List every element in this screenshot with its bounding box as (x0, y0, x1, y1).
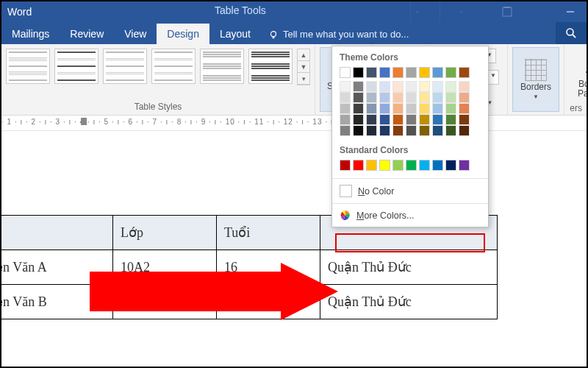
table-row[interactable]: ễn Văn B 10A2 16 Quận Thủ Đức (0, 285, 498, 319)
table-cell[interactable]: Quận Thủ Đức (320, 250, 498, 285)
table-cell[interactable]: Lớp (113, 216, 217, 250)
color-swatch[interactable] (406, 67, 417, 78)
table-cell[interactable]: Tuổi (217, 216, 320, 250)
table-row[interactable]: ễn Văn A 10A2 16 Quận Thủ Đức (0, 250, 498, 285)
color-swatch[interactable] (353, 92, 364, 103)
color-swatch[interactable] (445, 103, 456, 114)
color-swatch[interactable] (432, 160, 443, 171)
color-swatch[interactable] (406, 103, 417, 114)
color-swatch[interactable] (432, 92, 443, 103)
table-cell[interactable]: ễn Văn A (0, 250, 113, 285)
color-swatch[interactable] (459, 160, 470, 171)
borders-button[interactable]: Borders ▼ (512, 47, 559, 112)
table-cell[interactable]: 10A2 (113, 285, 217, 319)
color-swatch[interactable] (366, 160, 377, 171)
color-swatch[interactable] (340, 103, 351, 114)
border-painter-button[interactable]: Border Painter (569, 47, 588, 110)
color-swatch[interactable] (406, 81, 417, 92)
color-swatch[interactable] (353, 103, 364, 114)
color-swatch[interactable] (445, 125, 456, 136)
color-swatch[interactable] (340, 125, 351, 136)
color-swatch[interactable] (459, 125, 470, 136)
color-swatch[interactable] (419, 92, 430, 103)
color-swatch[interactable] (432, 67, 443, 78)
color-swatch[interactable] (419, 125, 430, 136)
color-swatch[interactable] (432, 125, 443, 136)
document-area[interactable]: Lớp Tuổi ễn Văn A 10A2 16 Quận Thủ Đức ễ… (1, 131, 587, 367)
tell-me-box[interactable]: Tell me what you want to do... (261, 24, 416, 44)
color-swatch[interactable] (445, 114, 456, 125)
color-swatch[interactable] (353, 114, 364, 125)
color-swatch[interactable] (353, 81, 364, 92)
no-color-item[interactable]: No Color (332, 182, 488, 200)
color-swatch[interactable] (392, 103, 404, 114)
tab-mailings[interactable]: Mailings (1, 24, 60, 44)
ruler-indent-marker[interactable] (81, 118, 87, 125)
color-swatch[interactable] (366, 103, 377, 114)
color-swatch[interactable] (366, 92, 377, 103)
color-swatch[interactable] (379, 81, 390, 92)
table-cell[interactable]: ễn Văn B (0, 285, 113, 319)
gallery-scroll[interactable]: ▲▼▾ (297, 49, 310, 85)
color-swatch[interactable] (419, 114, 430, 125)
color-swatch[interactable] (340, 114, 351, 125)
color-swatch[interactable] (379, 125, 390, 136)
color-swatch[interactable] (353, 67, 364, 78)
color-swatch[interactable] (392, 125, 404, 136)
table-style-thumb[interactable] (200, 49, 244, 84)
color-swatch[interactable] (392, 81, 404, 92)
color-swatch[interactable] (459, 114, 470, 125)
table-style-thumb[interactable] (248, 49, 293, 84)
color-swatch[interactable] (392, 92, 404, 103)
color-swatch[interactable] (445, 160, 456, 171)
color-swatch[interactable] (432, 103, 443, 114)
search-button[interactable] (556, 22, 587, 44)
color-swatch[interactable] (340, 92, 351, 103)
color-swatch[interactable] (459, 67, 470, 78)
color-swatch[interactable] (379, 114, 390, 125)
color-swatch[interactable] (432, 81, 443, 92)
color-swatch[interactable] (392, 160, 404, 171)
color-swatch[interactable] (406, 160, 417, 171)
color-swatch[interactable] (379, 103, 390, 114)
horizontal-ruler[interactable]: · 1 · ı · 2 · ı · 3 · ı · 4 · ı · 5 · ı … (1, 116, 587, 131)
table-style-thumb[interactable] (151, 49, 196, 84)
color-swatch[interactable] (419, 67, 430, 78)
color-swatch[interactable] (406, 125, 417, 136)
color-swatch[interactable] (379, 92, 390, 103)
color-swatch[interactable] (366, 81, 377, 92)
color-swatch[interactable] (459, 81, 470, 92)
table-style-thumb[interactable] (54, 49, 98, 84)
tab-design[interactable]: Design (157, 24, 209, 44)
color-swatch[interactable] (459, 92, 470, 103)
more-colors-item[interactable]: More Colors... (332, 207, 488, 224)
data-table[interactable]: Lớp Tuổi ễn Văn A 10A2 16 Quận Thủ Đức ễ… (0, 215, 498, 319)
table-cell[interactable] (0, 216, 113, 250)
color-swatch[interactable] (340, 81, 351, 92)
color-swatch[interactable] (419, 160, 430, 171)
table-cell[interactable]: Quận Thủ Đức (320, 285, 498, 319)
color-swatch[interactable] (419, 103, 430, 114)
color-swatch[interactable] (366, 114, 377, 125)
table-style-thumb[interactable] (103, 49, 147, 84)
color-swatch[interactable] (353, 125, 364, 136)
table-cell[interactable]: 10A2 (113, 250, 217, 285)
color-swatch[interactable] (445, 92, 456, 103)
color-swatch[interactable] (419, 81, 430, 92)
ribbon-display-options-button[interactable] (492, 1, 522, 22)
color-swatch[interactable] (392, 114, 404, 125)
minimize-button[interactable] (554, 1, 587, 22)
color-swatch[interactable] (379, 67, 390, 78)
table-cell[interactable]: 16 (217, 250, 320, 285)
color-swatch[interactable] (392, 67, 404, 78)
table-cell[interactable]: 16 (217, 285, 320, 319)
table-style-thumb[interactable] (6, 49, 50, 84)
color-swatch[interactable] (353, 160, 364, 171)
tab-view[interactable]: View (114, 24, 157, 44)
color-swatch[interactable] (366, 67, 377, 78)
color-swatch[interactable] (459, 103, 470, 114)
color-swatch[interactable] (366, 125, 377, 136)
table-styles-gallery[interactable]: ▲▼▾ (6, 49, 310, 97)
color-swatch[interactable] (379, 160, 390, 171)
color-swatch[interactable] (445, 67, 456, 78)
